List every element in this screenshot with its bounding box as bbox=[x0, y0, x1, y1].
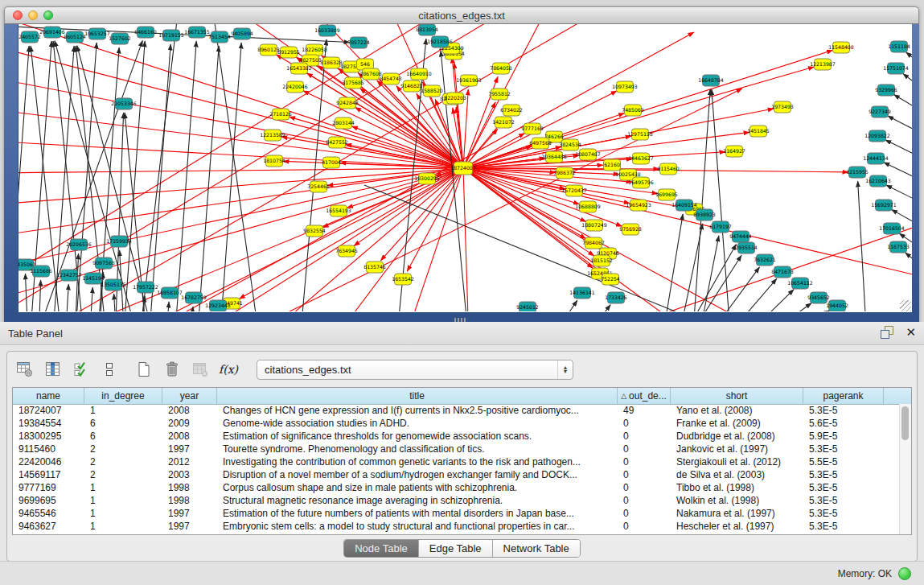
tab-node-table[interactable]: Node Table bbox=[344, 540, 419, 557]
node-label: 18807249 bbox=[581, 222, 607, 228]
close-window-button[interactable] bbox=[13, 10, 23, 20]
node-label: 1588520 bbox=[421, 88, 443, 93]
function-builder-icon[interactable]: f(x) bbox=[219, 360, 238, 379]
table-cell: 2008 bbox=[162, 431, 217, 442]
table-cell: 2012 bbox=[162, 456, 217, 468]
table-cell: 18300295 bbox=[13, 431, 84, 442]
table-cell: 0 bbox=[618, 431, 671, 442]
vertical-scrollbar[interactable] bbox=[899, 404, 911, 534]
citation-edge bbox=[758, 303, 811, 311]
column-header-pagerank[interactable]: pagerank bbox=[803, 388, 884, 404]
node-label: 10688809 bbox=[575, 204, 601, 209]
close-panel-icon[interactable]: ✕ bbox=[906, 325, 916, 340]
table-cell: 2 bbox=[84, 443, 162, 455]
table-row[interactable]: 1938455462009Genome-wide association stu… bbox=[13, 417, 900, 430]
node-label: 16409154 bbox=[671, 202, 697, 208]
table-cell: 1997 bbox=[162, 521, 217, 532]
zoom-window-button[interactable] bbox=[43, 10, 53, 20]
delete-column-icon[interactable] bbox=[162, 360, 182, 379]
table-cell: Dudbridge et al. (2008) bbox=[671, 431, 803, 442]
node-label: 1527602 bbox=[109, 35, 131, 41]
table-cell: Yano et al. (2008) bbox=[671, 405, 803, 416]
table-row[interactable]: 1456911722003Disruption of a novel membe… bbox=[13, 468, 900, 481]
panel-splitter-handle[interactable] bbox=[454, 318, 466, 322]
node-label: 7513454 bbox=[208, 34, 231, 39]
table-row[interactable]: 1872400712008Changes of HCN gene express… bbox=[13, 404, 900, 417]
column-header-year[interactable]: year bbox=[162, 388, 217, 404]
citation-edge bbox=[149, 44, 170, 311]
node-label: 16554193 bbox=[326, 208, 351, 213]
table-cell: 2003 bbox=[162, 469, 217, 480]
table-row[interactable]: 1830029562008Estimation of significance … bbox=[13, 430, 900, 443]
table-cell: 2 bbox=[84, 469, 162, 480]
table-row[interactable]: 946362711997Embryonic stem cells: a mode… bbox=[13, 520, 900, 533]
node-label: 9345652 bbox=[807, 295, 830, 300]
citation-edge bbox=[678, 224, 703, 311]
node-label: 21053346 bbox=[111, 101, 137, 106]
table-cell: Disruption of a novel member of a sodium… bbox=[217, 469, 618, 480]
column-header-title[interactable]: title bbox=[217, 388, 618, 404]
table-cell: 1 bbox=[84, 521, 162, 532]
node-label: 8912955 bbox=[277, 49, 300, 55]
node-label: 10025438 bbox=[615, 171, 641, 177]
node-label: 1451845 bbox=[747, 128, 770, 134]
table-cell: 6 bbox=[84, 431, 162, 442]
node-label: 1944052 bbox=[826, 303, 848, 308]
table-cell: 5.6E-5 bbox=[803, 418, 884, 429]
node-label: 9329966 bbox=[875, 87, 897, 93]
node-label: 10653257 bbox=[84, 31, 110, 36]
node-label: 6497568 bbox=[529, 140, 552, 146]
citation-edge bbox=[18, 168, 463, 173]
minimize-window-button[interactable] bbox=[28, 10, 38, 20]
node-label: 9832554 bbox=[303, 228, 326, 233]
window-titlebar[interactable]: citations_edges.txt bbox=[4, 6, 919, 24]
citation-edge bbox=[712, 89, 731, 311]
table-selector-dropdown[interactable]: citations_edges.txt ▲▼ bbox=[257, 360, 573, 380]
scrollbar-thumb[interactable] bbox=[901, 406, 909, 440]
tab-edge-table[interactable]: Edge Table bbox=[419, 540, 493, 557]
float-panel-icon[interactable] bbox=[880, 325, 894, 340]
node-label: 9097568 bbox=[92, 260, 115, 266]
node-label: 7986372 bbox=[553, 170, 576, 175]
column-header-name[interactable]: name bbox=[13, 388, 84, 404]
delete-table-icon bbox=[191, 360, 210, 379]
table-cell: Tibbo et al. (1998) bbox=[671, 482, 803, 493]
table-mode-icon[interactable] bbox=[15, 360, 35, 379]
node-label: 1973493 bbox=[771, 104, 794, 109]
network-canvas[interactable]: 1872400789601238912955182260589827503165… bbox=[18, 24, 912, 312]
column-header-short[interactable]: short bbox=[671, 388, 803, 404]
node-label: 10654112 bbox=[787, 280, 813, 286]
node-label: 16648784 bbox=[698, 77, 724, 83]
node-label: 417004 bbox=[322, 159, 341, 165]
table-panel-title: Table Panel bbox=[0, 328, 63, 340]
citation-edge bbox=[18, 168, 463, 270]
citation-network-graph[interactable]: 1872400789601238912955182260589827503165… bbox=[18, 24, 912, 311]
status-bar: Memory: OK bbox=[0, 561, 924, 585]
node-label: 1145194 bbox=[82, 275, 105, 281]
show-columns-icon[interactable] bbox=[43, 360, 63, 379]
table-row[interactable]: 977716911998Corpus callosum shape and si… bbox=[13, 481, 900, 494]
new-column-icon[interactable] bbox=[134, 360, 154, 379]
table-panel-body: f(x) citations_edges.txt ▲▼ name in_degr… bbox=[6, 351, 918, 562]
table-row[interactable]: 946554611997Estimation of the future num… bbox=[13, 507, 900, 520]
network-window: citations_edges.txt 18724007896012389129… bbox=[4, 6, 919, 322]
node-label: 8813054 bbox=[416, 27, 438, 32]
row-height-icon[interactable] bbox=[100, 360, 119, 379]
node-label: 2935514 bbox=[735, 245, 758, 250]
table-row[interactable]: 911546021997Tourette syndrome. Phenomeno… bbox=[13, 443, 900, 455]
citation-edge bbox=[18, 46, 29, 311]
column-header-out-degree[interactable]: △out_de... bbox=[618, 388, 671, 404]
node-label: 1810754 bbox=[263, 158, 285, 163]
node-label: 9699695 bbox=[655, 192, 678, 197]
tab-network-table[interactable]: Network Table bbox=[493, 540, 580, 557]
table-cell: 0 bbox=[618, 521, 671, 532]
table-row[interactable]: 2242004622012Investigating the contribut… bbox=[13, 455, 900, 468]
node-label: 752254 bbox=[601, 276, 620, 282]
citation-edge bbox=[463, 168, 912, 282]
resize-grip[interactable] bbox=[900, 300, 911, 311]
select-all-icon[interactable] bbox=[72, 360, 91, 379]
column-header-in-degree[interactable]: in_degree bbox=[84, 388, 162, 404]
table-cell: 5.9E-5 bbox=[803, 431, 884, 442]
table-cell: 0 bbox=[618, 443, 671, 455]
table-row[interactable]: 969969511998Structural magnetic resonanc… bbox=[13, 494, 900, 507]
